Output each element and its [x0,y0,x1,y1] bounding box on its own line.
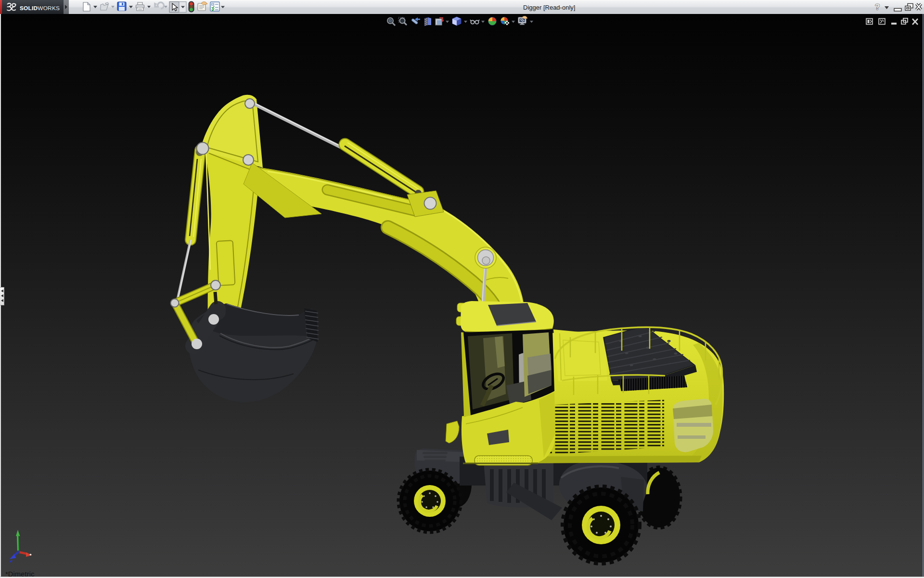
svg-text:?: ? [875,2,880,12]
